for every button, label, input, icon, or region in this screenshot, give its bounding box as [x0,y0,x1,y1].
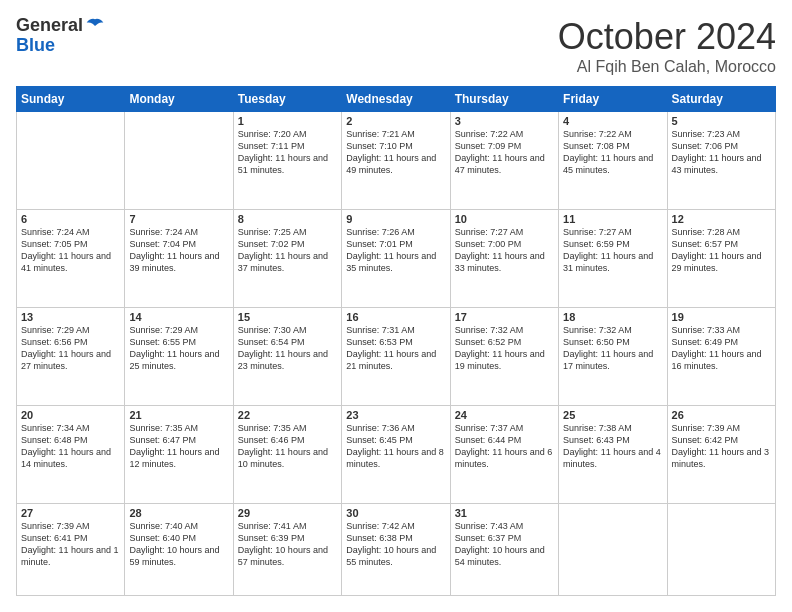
day-number: 17 [455,311,554,323]
cell-content: Sunrise: 7:27 AMSunset: 6:59 PMDaylight:… [563,226,662,275]
calendar-cell: 19Sunrise: 7:33 AMSunset: 6:49 PMDayligh… [667,308,775,406]
day-number: 18 [563,311,662,323]
calendar-cell: 30Sunrise: 7:42 AMSunset: 6:38 PMDayligh… [342,504,450,596]
week-row-3: 13Sunrise: 7:29 AMSunset: 6:56 PMDayligh… [17,308,776,406]
week-row-5: 27Sunrise: 7:39 AMSunset: 6:41 PMDayligh… [17,504,776,596]
day-number: 25 [563,409,662,421]
cell-content: Sunrise: 7:25 AMSunset: 7:02 PMDaylight:… [238,226,337,275]
cell-content: Sunrise: 7:26 AMSunset: 7:01 PMDaylight:… [346,226,445,275]
day-number: 27 [21,507,120,519]
day-number: 20 [21,409,120,421]
day-number: 12 [672,213,771,225]
calendar-cell: 14Sunrise: 7:29 AMSunset: 6:55 PMDayligh… [125,308,233,406]
day-number: 9 [346,213,445,225]
cell-content: Sunrise: 7:40 AMSunset: 6:40 PMDaylight:… [129,520,228,569]
day-number: 10 [455,213,554,225]
day-number: 5 [672,115,771,127]
calendar-cell: 29Sunrise: 7:41 AMSunset: 6:39 PMDayligh… [233,504,341,596]
logo-general: General [16,16,83,36]
cell-content: Sunrise: 7:39 AMSunset: 6:41 PMDaylight:… [21,520,120,569]
day-number: 16 [346,311,445,323]
cell-content: Sunrise: 7:38 AMSunset: 6:43 PMDaylight:… [563,422,662,471]
cell-content: Sunrise: 7:30 AMSunset: 6:54 PMDaylight:… [238,324,337,373]
cell-content: Sunrise: 7:31 AMSunset: 6:53 PMDaylight:… [346,324,445,373]
cell-content: Sunrise: 7:32 AMSunset: 6:50 PMDaylight:… [563,324,662,373]
calendar-cell: 8Sunrise: 7:25 AMSunset: 7:02 PMDaylight… [233,210,341,308]
day-number: 22 [238,409,337,421]
cell-content: Sunrise: 7:42 AMSunset: 6:38 PMDaylight:… [346,520,445,569]
day-number: 6 [21,213,120,225]
calendar-cell: 2Sunrise: 7:21 AMSunset: 7:10 PMDaylight… [342,112,450,210]
calendar-cell: 15Sunrise: 7:30 AMSunset: 6:54 PMDayligh… [233,308,341,406]
calendar-cell [667,504,775,596]
day-number: 24 [455,409,554,421]
calendar-cell: 22Sunrise: 7:35 AMSunset: 6:46 PMDayligh… [233,406,341,504]
calendar-cell: 4Sunrise: 7:22 AMSunset: 7:08 PMDaylight… [559,112,667,210]
calendar-cell: 12Sunrise: 7:28 AMSunset: 6:57 PMDayligh… [667,210,775,308]
logo-bird-icon [85,16,105,36]
day-number: 14 [129,311,228,323]
calendar-cell: 9Sunrise: 7:26 AMSunset: 7:01 PMDaylight… [342,210,450,308]
calendar-cell: 23Sunrise: 7:36 AMSunset: 6:45 PMDayligh… [342,406,450,504]
day-header-thursday: Thursday [450,87,558,112]
cell-content: Sunrise: 7:22 AMSunset: 7:08 PMDaylight:… [563,128,662,177]
calendar-cell: 16Sunrise: 7:31 AMSunset: 6:53 PMDayligh… [342,308,450,406]
calendar-cell: 31Sunrise: 7:43 AMSunset: 6:37 PMDayligh… [450,504,558,596]
calendar-cell: 5Sunrise: 7:23 AMSunset: 7:06 PMDaylight… [667,112,775,210]
cell-content: Sunrise: 7:29 AMSunset: 6:56 PMDaylight:… [21,324,120,373]
calendar-cell: 24Sunrise: 7:37 AMSunset: 6:44 PMDayligh… [450,406,558,504]
day-header-friday: Friday [559,87,667,112]
header: General Blue October 2024 Al Fqih Ben Ca… [16,16,776,76]
calendar-header-row: SundayMondayTuesdayWednesdayThursdayFrid… [17,87,776,112]
cell-content: Sunrise: 7:21 AMSunset: 7:10 PMDaylight:… [346,128,445,177]
day-number: 1 [238,115,337,127]
cell-content: Sunrise: 7:41 AMSunset: 6:39 PMDaylight:… [238,520,337,569]
calendar-cell [559,504,667,596]
calendar-cell [17,112,125,210]
day-number: 8 [238,213,337,225]
day-number: 26 [672,409,771,421]
logo-blue: Blue [16,36,105,56]
cell-content: Sunrise: 7:32 AMSunset: 6:52 PMDaylight:… [455,324,554,373]
title-block: October 2024 Al Fqih Ben Calah, Morocco [558,16,776,76]
calendar-cell: 25Sunrise: 7:38 AMSunset: 6:43 PMDayligh… [559,406,667,504]
day-header-saturday: Saturday [667,87,775,112]
cell-content: Sunrise: 7:37 AMSunset: 6:44 PMDaylight:… [455,422,554,471]
calendar-cell: 21Sunrise: 7:35 AMSunset: 6:47 PMDayligh… [125,406,233,504]
calendar-cell: 20Sunrise: 7:34 AMSunset: 6:48 PMDayligh… [17,406,125,504]
day-number: 3 [455,115,554,127]
cell-content: Sunrise: 7:43 AMSunset: 6:37 PMDaylight:… [455,520,554,569]
cell-content: Sunrise: 7:27 AMSunset: 7:00 PMDaylight:… [455,226,554,275]
calendar-cell: 10Sunrise: 7:27 AMSunset: 7:00 PMDayligh… [450,210,558,308]
logo: General Blue [16,16,105,56]
cell-content: Sunrise: 7:22 AMSunset: 7:09 PMDaylight:… [455,128,554,177]
cell-content: Sunrise: 7:28 AMSunset: 6:57 PMDaylight:… [672,226,771,275]
day-number: 2 [346,115,445,127]
cell-content: Sunrise: 7:34 AMSunset: 6:48 PMDaylight:… [21,422,120,471]
page: General Blue October 2024 Al Fqih Ben Ca… [0,0,792,612]
cell-content: Sunrise: 7:20 AMSunset: 7:11 PMDaylight:… [238,128,337,177]
cell-content: Sunrise: 7:33 AMSunset: 6:49 PMDaylight:… [672,324,771,373]
calendar-cell: 1Sunrise: 7:20 AMSunset: 7:11 PMDaylight… [233,112,341,210]
month-title: October 2024 [558,16,776,58]
calendar-cell: 13Sunrise: 7:29 AMSunset: 6:56 PMDayligh… [17,308,125,406]
cell-content: Sunrise: 7:35 AMSunset: 6:47 PMDaylight:… [129,422,228,471]
calendar-cell [125,112,233,210]
calendar-cell: 26Sunrise: 7:39 AMSunset: 6:42 PMDayligh… [667,406,775,504]
day-number: 23 [346,409,445,421]
day-number: 4 [563,115,662,127]
cell-content: Sunrise: 7:23 AMSunset: 7:06 PMDaylight:… [672,128,771,177]
week-row-4: 20Sunrise: 7:34 AMSunset: 6:48 PMDayligh… [17,406,776,504]
week-row-2: 6Sunrise: 7:24 AMSunset: 7:05 PMDaylight… [17,210,776,308]
calendar-cell: 3Sunrise: 7:22 AMSunset: 7:09 PMDaylight… [450,112,558,210]
day-number: 31 [455,507,554,519]
day-number: 30 [346,507,445,519]
calendar-cell: 28Sunrise: 7:40 AMSunset: 6:40 PMDayligh… [125,504,233,596]
day-number: 21 [129,409,228,421]
day-number: 19 [672,311,771,323]
day-header-monday: Monday [125,87,233,112]
day-number: 13 [21,311,120,323]
cell-content: Sunrise: 7:24 AMSunset: 7:05 PMDaylight:… [21,226,120,275]
calendar-cell: 7Sunrise: 7:24 AMSunset: 7:04 PMDaylight… [125,210,233,308]
calendar-cell: 18Sunrise: 7:32 AMSunset: 6:50 PMDayligh… [559,308,667,406]
